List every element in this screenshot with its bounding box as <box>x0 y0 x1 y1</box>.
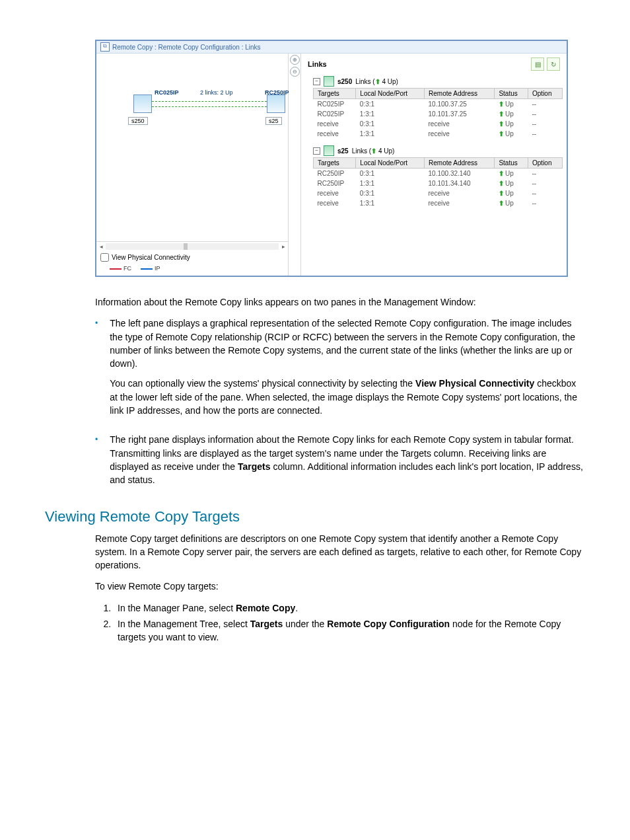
table-row[interactable]: receive0:3:1receive⬆Up-- <box>314 119 563 129</box>
view-physical-connectivity-label: View Physical Connectivity <box>112 254 190 261</box>
window-title: Remote Copy : Remote Copy Configuration … <box>112 44 261 51</box>
legend-fc: FC <box>123 265 131 272</box>
refresh-icon[interactable]: ↻ <box>547 57 560 71</box>
up-arrow-icon: ⬆ <box>499 190 504 197</box>
body-text: Remote Copy target definitions are descr… <box>95 532 585 572</box>
zoom-out-icon[interactable]: ⊖ <box>290 67 300 77</box>
up-arrow-icon: ⬆ <box>499 120 504 128</box>
col-targets[interactable]: Targets <box>314 89 356 99</box>
topology-pane: RC025IP 2 links: 2 Up RC250IP s250 s25 ◂… <box>96 54 289 276</box>
collapse-toggle[interactable]: − <box>313 147 320 155</box>
body-text: Information about the Remote Copy links … <box>95 295 585 309</box>
group-name: s250 <box>337 78 352 85</box>
links-detail-pane: Links ▤ ↻ − s250 Links (⬆ 4 Up) <box>301 54 567 276</box>
scroll-left-icon[interactable]: ◂ <box>96 243 106 250</box>
diagram-target-left: RC025IP <box>155 89 179 96</box>
diagram-scrollbar[interactable]: ◂ ▸ <box>96 241 288 251</box>
table-header-row: Targets Local Node/Port Remote Address S… <box>314 89 563 99</box>
col-remote[interactable]: Remote Address <box>425 158 495 169</box>
table-row[interactable]: RC250IP0:3:110.100.32.140⬆Up-- <box>314 169 563 179</box>
app-icon: ⧉ <box>100 42 110 52</box>
remote-copy-links-window: ⧉ Remote Copy : Remote Copy Configuratio… <box>95 40 568 277</box>
col-status[interactable]: Status <box>495 89 528 99</box>
group-name: s25 <box>337 147 349 155</box>
server-label: s250 <box>128 117 148 125</box>
body-text: The right pane displays information abou… <box>110 433 585 486</box>
col-option[interactable]: Option <box>528 89 563 99</box>
links-table: Targets Local Node/Port Remote Address S… <box>313 88 563 139</box>
bullet-icon: • <box>95 433 98 493</box>
server-icon[interactable] <box>267 95 285 113</box>
col-targets[interactable]: Targets <box>314 158 356 169</box>
group-links-label: Links (⬆ 4 Up) <box>352 147 395 155</box>
col-local[interactable]: Local Node/Port <box>356 158 425 169</box>
up-arrow-icon: ⬆ <box>499 200 504 207</box>
link-line <box>152 101 267 102</box>
collapse-toggle[interactable]: − <box>313 78 320 85</box>
step-item: In the Management Tree, select Targets u… <box>114 617 585 644</box>
table-row[interactable]: RC025IP0:3:110.100.37.25⬆Up-- <box>314 99 563 110</box>
table-row[interactable]: receive0:3:1receive⬆Up-- <box>314 188 563 198</box>
scroll-right-icon[interactable]: ▸ <box>279 243 288 250</box>
up-arrow-icon: ⬆ <box>499 110 504 118</box>
server-icon[interactable] <box>133 95 152 113</box>
table-row[interactable]: RC025IP1:3:110.101.37.25⬆Up-- <box>314 109 563 119</box>
col-local[interactable]: Local Node/Port <box>356 89 425 99</box>
up-arrow-icon: ⬆ <box>499 130 504 137</box>
col-remote[interactable]: Remote Address <box>425 89 495 99</box>
up-arrow-icon: ⬆ <box>499 170 504 177</box>
server-label: s25 <box>265 117 282 125</box>
system-icon <box>324 145 334 156</box>
zoom-in-icon[interactable]: ⊕ <box>290 55 300 65</box>
up-arrow-icon: ⬆ <box>499 100 504 108</box>
body-text: The left pane displays a graphical repre… <box>110 317 585 370</box>
step-item: In the Manager Pane, select Remote Copy. <box>114 601 585 615</box>
col-option[interactable]: Option <box>528 158 563 169</box>
table-row[interactable]: RC250IP1:3:110.101.34.140⬆Up-- <box>314 178 563 188</box>
section-heading: Viewing Remote Copy Targets <box>45 508 585 525</box>
links-table: Targets Local Node/Port Remote Address S… <box>313 157 563 208</box>
bullet-icon: • <box>95 317 98 424</box>
up-arrow-icon: ⬆ <box>499 180 504 187</box>
body-text: To view Remote Copy targets: <box>95 580 585 593</box>
window-titlebar: ⧉ Remote Copy : Remote Copy Configuratio… <box>96 41 567 54</box>
table-header-row: Targets Local Node/Port Remote Address S… <box>314 158 563 169</box>
group-links-label: Links (⬆ 4 Up) <box>355 78 398 85</box>
table-row[interactable]: receive1:3:1receive⬆Up-- <box>314 129 563 139</box>
view-physical-connectivity-checkbox[interactable] <box>100 253 109 262</box>
legend: FC IP <box>96 264 288 276</box>
system-icon <box>324 76 334 87</box>
table-row[interactable]: receive1:3:1receive⬆Up-- <box>314 198 563 208</box>
body-text: You can optionally view the systems' phy… <box>110 377 585 417</box>
diagram-link-summary: 2 links: 2 Up <box>200 89 233 96</box>
export-icon[interactable]: ▤ <box>531 57 544 71</box>
legend-ip: IP <box>155 265 160 272</box>
links-heading: Links <box>308 60 327 68</box>
link-line <box>152 106 267 107</box>
col-status[interactable]: Status <box>495 158 528 169</box>
